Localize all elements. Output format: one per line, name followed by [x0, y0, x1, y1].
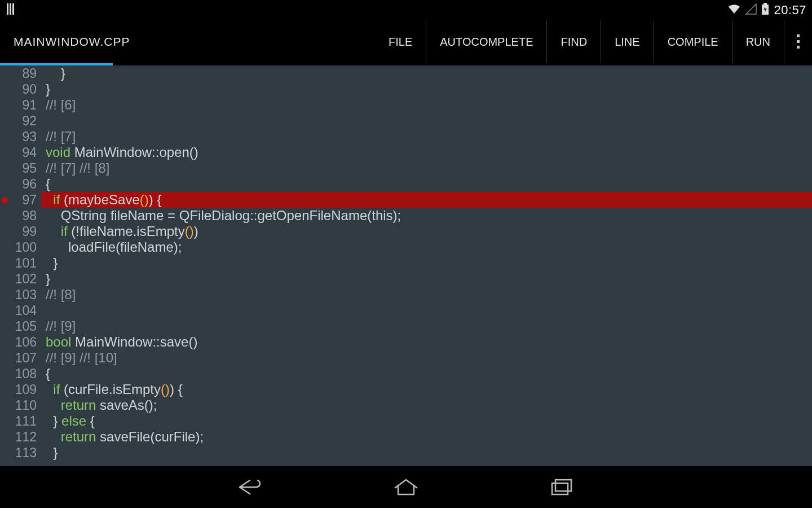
line-number: 113 — [0, 445, 37, 461]
line-number: 110 — [0, 397, 37, 413]
status-left-icon — [6, 2, 17, 18]
code-line[interactable]: { — [46, 366, 803, 382]
code-line[interactable]: } else { — [46, 413, 803, 429]
code-line[interactable]: //! [7] — [46, 129, 803, 144]
menu-find[interactable]: FIND — [546, 20, 601, 63]
line-number: 106 — [0, 334, 37, 350]
svg-rect-8 — [552, 483, 568, 494]
code-line[interactable]: loadFile(fileName); — [46, 239, 803, 255]
line-number: 99 — [0, 224, 37, 239]
line-number: 93 — [0, 129, 37, 144]
code-line[interactable]: //! [9] //! [10] — [46, 350, 803, 366]
line-number: 101 — [0, 255, 37, 271]
wifi-icon — [727, 3, 741, 17]
line-number: 111 — [0, 413, 37, 429]
code-line[interactable]: if (curFile.isEmpty()) { — [46, 382, 803, 397]
code-line[interactable]: return saveAs(); — [46, 397, 803, 413]
line-number: 103 — [0, 287, 37, 303]
code-line[interactable]: void MainWindow::open() — [46, 144, 803, 160]
code-line[interactable]: //! [6] — [46, 97, 803, 113]
code-line[interactable]: } — [46, 65, 803, 81]
line-number: 107 — [0, 350, 37, 366]
menu-file[interactable]: FILE — [375, 20, 426, 63]
code-line[interactable]: return saveFile(curFile); — [46, 429, 803, 445]
nav-bar — [0, 466, 812, 508]
code-line[interactable]: } — [46, 81, 803, 97]
code-content[interactable]: }}//! [6]//! [7]void MainWindow::open()/… — [41, 65, 812, 466]
line-number: 112 — [0, 429, 37, 445]
line-number: 102 — [0, 271, 37, 287]
code-line[interactable]: if (maybeSave()) { — [41, 192, 812, 208]
code-line[interactable]: { — [46, 176, 803, 192]
menu-run[interactable]: RUN — [732, 20, 784, 63]
filename-title: MAINWINDOW.CPP — [14, 35, 130, 49]
svg-rect-6 — [797, 40, 800, 43]
svg-rect-5 — [797, 34, 800, 37]
menu-compile[interactable]: COMPILE — [654, 20, 732, 63]
line-number: 98 — [0, 208, 37, 224]
line-number: 97 — [0, 192, 37, 208]
line-number: 109 — [0, 382, 37, 397]
line-number: 96 — [0, 176, 37, 192]
svg-rect-4 — [764, 3, 767, 5]
svg-rect-1 — [10, 3, 11, 15]
status-clock: 20:57 — [774, 3, 806, 17]
code-line[interactable]: if (!fileName.isEmpty()) — [46, 224, 803, 239]
svg-rect-0 — [7, 3, 8, 15]
svg-rect-2 — [12, 3, 14, 15]
line-number: 94 — [0, 144, 37, 160]
line-number: 105 — [0, 318, 37, 334]
svg-rect-9 — [555, 480, 571, 491]
recent-apps-button[interactable] — [546, 476, 577, 498]
menu-autocomplete[interactable]: AUTOCOMPLETE — [426, 20, 546, 63]
code-editor[interactable]: 8990919293949596979899100101102103104105… — [0, 65, 812, 466]
code-line[interactable] — [46, 113, 803, 129]
line-number: 90 — [0, 81, 37, 97]
code-line[interactable]: bool MainWindow::save() — [46, 334, 803, 350]
menu-bar: FILE AUTOCOMPLETE FIND LINE COMPILE RUN — [375, 20, 812, 63]
code-line[interactable]: //! [8] — [46, 287, 803, 303]
line-number: 91 — [0, 97, 37, 113]
line-number: 108 — [0, 366, 37, 382]
code-line[interactable] — [46, 303, 803, 318]
battery-icon — [761, 3, 769, 17]
svg-rect-7 — [797, 46, 800, 49]
back-button[interactable] — [235, 476, 266, 498]
line-number: 104 — [0, 303, 37, 318]
line-number: 95 — [0, 160, 37, 176]
status-bar: 20:57 — [0, 0, 812, 20]
line-number: 89 — [0, 65, 37, 81]
code-line[interactable]: } — [46, 271, 803, 287]
line-number: 92 — [0, 113, 37, 129]
menu-line[interactable]: LINE — [601, 20, 653, 63]
app-bar: MAINWINDOW.CPP FILE AUTOCOMPLETE FIND LI… — [0, 20, 812, 63]
code-line[interactable]: QString fileName = QFileDialog::getOpenF… — [46, 208, 803, 224]
home-button[interactable] — [390, 476, 422, 498]
line-number: 100 — [0, 239, 37, 255]
breakpoint-icon[interactable] — [1, 197, 8, 204]
code-line[interactable]: //! [9] — [46, 318, 803, 334]
line-number-gutter: 8990919293949596979899100101102103104105… — [0, 65, 41, 466]
signal-icon — [745, 3, 757, 17]
code-line[interactable]: } — [46, 445, 803, 461]
code-line[interactable]: } — [46, 255, 803, 271]
code-line[interactable]: //! [7] //! [8] — [46, 160, 803, 176]
overflow-menu-button[interactable] — [784, 20, 812, 63]
